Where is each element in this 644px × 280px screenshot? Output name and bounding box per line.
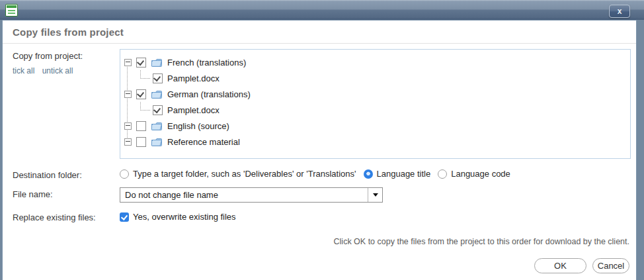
copy-from-row: Copy from project: tick all untick all — [13, 49, 631, 159]
folder-icon — [151, 121, 163, 130]
folder-icon — [151, 137, 163, 146]
tree-connector — [140, 70, 150, 79]
radio-language-code[interactable]: Language code — [438, 169, 510, 179]
destination-row: Destination folder: Type a target folder… — [13, 168, 631, 180]
tree-checkbox[interactable] — [153, 73, 163, 83]
tree-checkbox[interactable] — [136, 89, 146, 99]
destination-options: Type a target folder, such as 'Deliverab… — [120, 168, 518, 179]
file-name-select[interactable]: Do not change file name — [120, 187, 383, 203]
folder-icon — [151, 89, 163, 99]
ok-button[interactable]: OK — [534, 258, 586, 273]
page-title: Copy files from project — [13, 26, 626, 38]
tree-item-pamplet-1[interactable]: Pamplet.docx — [124, 70, 626, 86]
radio-target-folder[interactable]: Type a target folder, such as 'Deliverab… — [120, 169, 356, 179]
tree-item-label: German (translations) — [167, 89, 251, 99]
radio-icon[interactable] — [438, 169, 447, 179]
tree-item-label: Reference material — [167, 137, 240, 147]
tree-checkbox[interactable] — [136, 58, 146, 68]
file-name-label: File name: — [13, 187, 120, 199]
collapse-icon[interactable] — [124, 122, 132, 130]
dialog-window: x Copy files from project Copy from proj… — [0, 0, 644, 280]
tree-item-label: Pamplet.docx — [167, 105, 220, 115]
tree-item-german[interactable]: German (translations) — [124, 86, 626, 102]
dialog-content: Copy files from project Copy from projec… — [2, 20, 637, 280]
tree-checkbox[interactable] — [136, 137, 146, 147]
collapse-icon[interactable] — [124, 59, 132, 66]
tree-item-reference[interactable]: Reference material — [124, 134, 626, 150]
tree-item-english[interactable]: English (source) — [124, 118, 626, 134]
replace-label: Replace existing files: — [13, 210, 120, 222]
caret-down-icon[interactable] — [368, 188, 382, 202]
tree-item-label: Pamplet.docx — [167, 73, 220, 83]
ok-hint-text: Click OK to copy the files from the proj… — [13, 222, 631, 246]
file-name-row: File name: Do not change file name — [13, 187, 631, 203]
collapse-icon[interactable] — [124, 138, 132, 146]
collapse-icon[interactable] — [124, 91, 132, 98]
folder-icon — [151, 58, 163, 67]
destination-label: Destination folder: — [13, 168, 120, 180]
radio-icon[interactable] — [120, 169, 129, 179]
untick-all-link[interactable]: untick all — [42, 66, 73, 75]
tree-item-pamplet-2[interactable]: Pamplet.docx — [124, 102, 626, 118]
radio-icon[interactable] — [364, 169, 373, 179]
titlebar: x — [0, 0, 644, 20]
replace-row: Replace existing files: Yes, overwrite e… — [13, 210, 631, 222]
tick-all-link[interactable]: tick all — [13, 66, 34, 75]
tree-item-label: English (source) — [167, 121, 229, 131]
overwrite-checkbox-option[interactable]: Yes, overwrite existing files — [120, 210, 236, 222]
app-window-icon — [5, 4, 18, 17]
tree-checkbox[interactable] — [153, 105, 163, 115]
overwrite-checkbox[interactable] — [120, 212, 129, 222]
tree-connector — [140, 102, 150, 111]
cancel-button[interactable]: Cancel — [592, 258, 629, 273]
dialog-header: Copy files from project — [3, 21, 636, 44]
file-tree-panel: French (translations) Pamplet.docx — [120, 49, 631, 159]
close-x-icon: x — [618, 7, 622, 16]
copy-from-label: Copy from project: — [13, 49, 120, 61]
tree-item-label: French (translations) — [167, 58, 246, 68]
radio-language-title[interactable]: Language title — [364, 169, 431, 179]
file-name-selected-value: Do not change file name — [120, 188, 368, 202]
tree-checkbox[interactable] — [136, 121, 146, 131]
close-button[interactable]: x — [609, 5, 630, 18]
tree-item-french[interactable]: French (translations) — [124, 54, 626, 70]
